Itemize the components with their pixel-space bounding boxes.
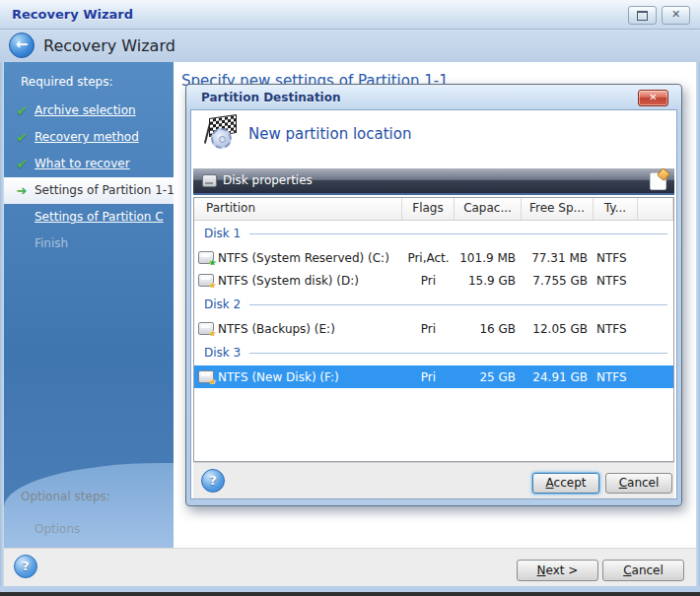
group-divider-line (249, 353, 667, 354)
disk-group-header: Disk 2 (194, 292, 673, 317)
check-icon: ✔ (15, 98, 30, 124)
toolbar-label: Disk properties (223, 168, 313, 193)
column-header-free-space[interactable]: Free Sp... (522, 198, 594, 220)
step-label: Settings of Partition 1-1 (35, 183, 175, 197)
accept-button[interactable]: Accept (532, 473, 599, 494)
screen-edge (0, 592, 700, 596)
dialog-close-icon: ✕ (649, 92, 657, 102)
partition-capacity: 101.9 MB (455, 251, 522, 265)
optional-steps-section: Optional steps: Options (4, 463, 174, 548)
step-label: Finish (35, 236, 68, 250)
sidebar-step-what-to-recover[interactable]: ✔What to recover (4, 151, 174, 177)
check-icon: ✔ (15, 151, 30, 177)
partition-row[interactable]: ★NTFS (System Reserved) (C:)Pri,Act.101.… (194, 246, 673, 269)
dialog-content: New partition location Disk properties P… (190, 109, 677, 499)
help-button[interactable]: ? (14, 555, 37, 578)
disk-group-label: Disk 3 (204, 346, 241, 360)
partition-type: NTFS (594, 370, 638, 384)
edit-properties-icon[interactable] (650, 172, 666, 190)
disk-group-header: Disk 1 (194, 221, 673, 246)
partition-disk-icon: ★ (198, 370, 214, 383)
sidebar-step-recovery-method[interactable]: ✔Recovery method (4, 124, 174, 151)
cancel-button[interactable]: Cancel (602, 560, 684, 581)
partition-row[interactable]: ★NTFS (Backups) (E:)Pri16 GB12.05 GBNTFS (194, 317, 673, 340)
column-header-type[interactable]: Ty... (594, 198, 638, 220)
partition-name: NTFS (System disk) (D:) (218, 274, 359, 288)
dialog-heading: New partition location (248, 125, 411, 143)
partition-flags: Pri (402, 370, 455, 384)
star-icon: ★ (208, 258, 217, 265)
step-label: Settings of Partition C (35, 210, 164, 224)
partitions-table: Partition Flags Capac... Free Sp... Ty..… (193, 197, 674, 462)
window-title: Recovery Wizard (12, 7, 133, 22)
close-button[interactable]: ✕ (662, 6, 690, 25)
disk-group-label: Disk 2 (204, 298, 241, 311)
partition-free-space: 7.755 GB (522, 274, 594, 288)
partition-capacity: 25 GB (455, 370, 522, 384)
star-icon: ★ (208, 377, 217, 384)
window-titlebar: Recovery Wizard ✕ (0, 0, 700, 30)
column-header-partition[interactable]: Partition (194, 198, 402, 220)
column-header-flags[interactable]: Flags (402, 198, 455, 220)
partition-name: NTFS (New Disk) (F:) (218, 370, 339, 384)
bottom-button-bar: ? Next > Cancel (4, 548, 696, 586)
partition-flags: Pri,Act. (402, 251, 455, 265)
partition-disk-icon: ★ (198, 274, 214, 287)
partition-capacity: 16 GB (455, 322, 522, 336)
restore-button[interactable] (628, 6, 657, 25)
next-button[interactable]: Next > (517, 560, 598, 581)
close-icon: ✕ (671, 8, 680, 21)
wizard-header: ← Recovery Wizard (0, 30, 700, 62)
sidebar-step-archive-selection[interactable]: ✔Archive selection (4, 98, 174, 124)
partition-name: NTFS (Backups) (E:) (218, 322, 335, 336)
partition-type: NTFS (594, 274, 638, 288)
disk-icon (202, 174, 217, 187)
step-label: Archive selection (35, 103, 136, 117)
sidebar-item-options: Options (35, 522, 80, 536)
steps-sidebar: Required steps: ✔Archive selection✔Recov… (4, 62, 174, 548)
back-button[interactable]: ← (9, 33, 35, 58)
dialog-close-button[interactable]: ✕ (638, 90, 668, 106)
page-title: Recovery Wizard (43, 36, 175, 55)
restore-icon (637, 11, 648, 21)
partition-free-space: 12.05 GB (522, 322, 594, 336)
step-label: Recovery method (35, 130, 139, 144)
recovery-wizard-window: Recovery Wizard ✕ ← Recovery Wizard Requ… (0, 0, 700, 596)
partition-free-space: 77.31 MB (522, 251, 594, 265)
group-divider-line (249, 304, 667, 305)
star-icon: ★ (208, 281, 217, 288)
partition-flags: Pri (402, 322, 455, 336)
group-divider-line (249, 233, 667, 234)
sidebar-step-settings-of-partition-c[interactable]: Settings of Partition C (4, 204, 174, 231)
window-frame-left (0, 62, 4, 586)
step-label: What to recover (35, 157, 130, 170)
column-header-filler (638, 198, 673, 220)
partition-destination-dialog: Partition Destination ✕ New partition lo… (185, 84, 682, 506)
partition-type: NTFS (594, 251, 638, 265)
star-icon: ★ (208, 329, 217, 336)
optional-steps-heading: Optional steps: (21, 490, 110, 503)
dialog-help-button[interactable]: ? (201, 469, 225, 493)
dialog-title: Partition Destination (201, 91, 341, 104)
window-frame-right (696, 62, 700, 586)
partition-capacity: 15.9 GB (455, 274, 522, 288)
sidebar-step-finish: Finish (4, 231, 174, 257)
partition-disk-icon: ★ (198, 251, 214, 264)
partition-type: NTFS (594, 322, 638, 336)
disk-group-header: Disk 3 (194, 340, 673, 365)
back-arrow-icon: ← (16, 35, 29, 53)
disk-group-label: Disk 1 (204, 227, 241, 240)
partition-name: NTFS (System Reserved) (C:) (218, 251, 389, 265)
finish-flag-icon (201, 116, 241, 152)
check-icon: ✔ (15, 124, 30, 151)
dialog-cancel-button[interactable]: Cancel (605, 473, 672, 494)
table-header-row: Partition Flags Capac... Free Sp... Ty..… (194, 198, 673, 221)
help-icon: ? (22, 559, 30, 573)
column-header-capacity[interactable]: Capac... (455, 198, 522, 220)
partition-disk-icon: ★ (198, 322, 214, 335)
partition-flags: Pri (402, 274, 455, 288)
partition-row[interactable]: ★NTFS (New Disk) (F:)Pri25 GB24.91 GBNTF… (194, 365, 673, 388)
partition-row[interactable]: ★NTFS (System disk) (D:)Pri15.9 GB7.755 … (194, 269, 673, 292)
current-step-arrow-icon: ➜ (17, 183, 28, 198)
sidebar-step-settings-of-partition-1-1[interactable]: ➜Settings of Partition 1-1 (4, 177, 174, 204)
